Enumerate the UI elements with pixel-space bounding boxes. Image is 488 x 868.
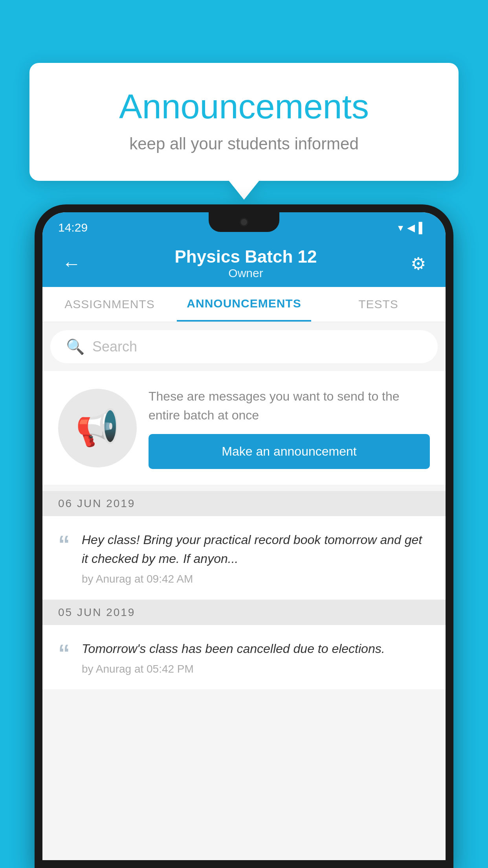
app-bar-center: Physics Batch 12 Owner (175, 247, 317, 280)
search-icon: 🔍 (66, 338, 84, 355)
prompt-right: These are messages you want to send to t… (149, 387, 430, 469)
hero-title: Announcements (61, 86, 427, 127)
announcement-meta-1: by Anurag at 09:42 AM (82, 573, 430, 585)
prompt-description: These are messages you want to send to t… (149, 387, 430, 425)
wifi-icon: ▾ (398, 222, 403, 234)
phone-notch (209, 212, 279, 232)
search-placeholder: Search (92, 338, 137, 355)
announcement-meta-2: by Anurag at 05:42 PM (82, 663, 430, 675)
tab-tests[interactable]: TESTS (311, 287, 446, 322)
app-bar: ← Physics Batch 12 Owner ⚙ (42, 240, 446, 287)
quote-icon-1: “ (58, 532, 70, 556)
camera (240, 218, 248, 226)
signal-icon: ◀ (407, 222, 415, 234)
tab-assignments[interactable]: ASSIGNMENTS (42, 287, 177, 322)
announcement-prompt: 📢 These are messages you want to send to… (42, 371, 446, 485)
hero-card: Announcements keep all your students inf… (29, 63, 459, 181)
megaphone-icon: 📢 (75, 407, 119, 449)
battery-icon: ▌ (419, 222, 426, 234)
announcement-item-1[interactable]: “ Hey class! Bring your practical record… (42, 516, 446, 600)
settings-button[interactable]: ⚙ (407, 250, 430, 278)
announcement-item-2[interactable]: “ Tomorrow's class has been cancelled du… (42, 625, 446, 690)
status-icons: ▾ ◀ ▌ (398, 222, 426, 234)
announcement-message-1: Hey class! Bring your practical record b… (82, 530, 430, 568)
announcement-content-1: Hey class! Bring your practical record b… (82, 530, 430, 585)
search-bar[interactable]: 🔍 Search (50, 330, 438, 363)
phone-frame: 14:29 ▾ ◀ ▌ ← Physics Batch 12 Owner ⚙ A… (35, 204, 453, 868)
app-bar-title: Physics Batch 12 (175, 247, 317, 267)
announcement-content-2: Tomorrow's class has been cancelled due … (82, 639, 430, 675)
megaphone-circle: 📢 (58, 389, 137, 467)
make-announcement-button[interactable]: Make an announcement (149, 434, 430, 469)
phone-screen: 14:29 ▾ ◀ ▌ ← Physics Batch 12 Owner ⚙ A… (42, 212, 446, 860)
date-separator-2: 05 JUN 2019 (42, 600, 446, 625)
status-time: 14:29 (58, 221, 88, 234)
app-bar-subtitle: Owner (175, 267, 317, 280)
content-area: 🔍 Search 📢 These are messages you want t… (42, 322, 446, 860)
back-button[interactable]: ← (58, 249, 85, 278)
tab-announcements[interactable]: ANNOUNCEMENTS (177, 287, 311, 322)
announcement-message-2: Tomorrow's class has been cancelled due … (82, 639, 430, 658)
hero-subtitle: keep all your students informed (61, 134, 427, 153)
date-separator-1: 06 JUN 2019 (42, 491, 446, 516)
quote-icon-2: “ (58, 641, 70, 665)
tabs: ASSIGNMENTS ANNOUNCEMENTS TESTS (42, 287, 446, 322)
